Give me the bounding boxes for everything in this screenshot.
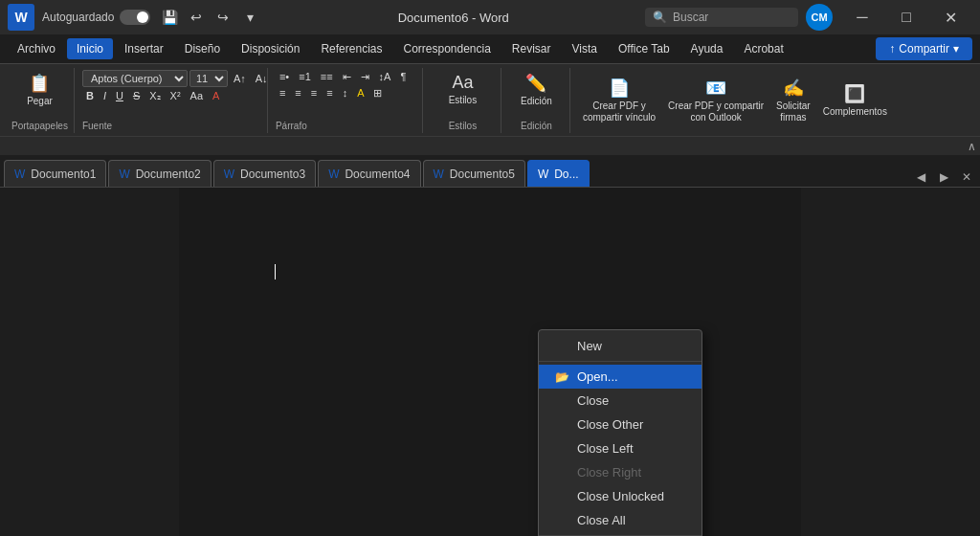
cm-close-left[interactable]: Close Left	[539, 436, 702, 460]
font-row1: Aptos (Cuerpo) 11 A↑ A↓	[82, 70, 272, 87]
shading-btn[interactable]: A	[353, 86, 368, 100]
menu-revisar[interactable]: Revisar	[502, 38, 561, 59]
styles-group-label: Estilos	[449, 121, 477, 131]
close-button[interactable]: ✕	[928, 0, 972, 34]
tab-doc5-label: Documento5	[450, 168, 515, 181]
menu-ayuda[interactable]: Ayuda	[681, 38, 733, 59]
document-title: Documento6 - Word	[269, 11, 637, 25]
tab-doc4-label: Documento4	[345, 168, 410, 181]
menu-referencias[interactable]: Referencias	[311, 38, 391, 59]
tabs-controls: ◀ ▶ ✕	[911, 168, 976, 187]
cm-open[interactable]: 📂 Open...	[539, 365, 702, 389]
increase-font-btn[interactable]: A↑	[230, 72, 250, 85]
paste-icon: 📋	[29, 73, 50, 94]
decrease-indent-btn[interactable]: ⇤	[339, 70, 355, 84]
editing-button[interactable]: ✏️ Edición	[516, 70, 557, 109]
create-pdf-btn[interactable]: 📄 Crear PDF ycompartir vínculo	[578, 75, 660, 126]
share-button[interactable]: ↑ Compartir ▾	[876, 37, 972, 60]
menu-inicio[interactable]: Inicio	[67, 38, 113, 59]
line-spacing-btn[interactable]: ↕	[339, 86, 352, 100]
menu-archivo[interactable]: Archivo	[8, 38, 65, 59]
menu-correspondencia[interactable]: Correspondencia	[393, 38, 500, 59]
tabs-scroll-left-btn[interactable]: ◀	[911, 168, 930, 187]
menu-vista[interactable]: Vista	[563, 38, 607, 59]
redo-icon[interactable]: ↪	[212, 6, 234, 29]
cm-close[interactable]: Close	[539, 389, 702, 413]
cm-close-other-label: Close Other	[577, 417, 643, 432]
numbering-btn[interactable]: ≡1	[295, 70, 315, 83]
cm-close-all[interactable]: Close All	[539, 508, 702, 532]
bold-btn[interactable]: B	[82, 89, 98, 102]
save-qs-icon[interactable]: 💾	[158, 6, 181, 29]
collapse-ribbon-icon[interactable]: ∧	[968, 140, 976, 153]
paste-label: Pegar	[27, 96, 53, 106]
multilevel-btn[interactable]: ≡≡	[317, 70, 337, 83]
menu-acrobat[interactable]: Acrobat	[734, 38, 792, 59]
para-row2: ≡ ≡ ≡ ≡ ↕ A ⊞	[276, 86, 387, 100]
quick-access: 💾 ↩ ↪ ▾	[158, 6, 261, 29]
subscript-btn[interactable]: X₂	[145, 89, 164, 103]
align-left-btn[interactable]: ≡	[276, 86, 289, 100]
font-row2: B I U S X₂ X² Aa A	[82, 89, 223, 103]
maximize-button[interactable]: □	[884, 0, 928, 34]
undo-icon[interactable]: ↩	[185, 6, 208, 29]
border-btn[interactable]: ⊞	[369, 86, 386, 100]
cm-close-other[interactable]: Close Other	[539, 413, 702, 436]
menu-diseno[interactable]: Diseño	[175, 38, 230, 59]
tab-documento1[interactable]: W Documento1	[4, 160, 106, 187]
editing-group: ✏️ Edición Edición	[503, 68, 570, 133]
tab-documento2[interactable]: W Documento2	[108, 160, 211, 187]
tab-doc2-icon: W	[119, 168, 129, 181]
menu-disposicion[interactable]: Disposición	[232, 38, 309, 59]
tab-doc1-icon: W	[14, 168, 25, 181]
request-signatures-btn[interactable]: ✍️ Solicitarfirmas	[771, 75, 815, 126]
cm-new[interactable]: New	[539, 334, 702, 358]
menu-office-tab[interactable]: Office Tab	[609, 38, 679, 59]
font-family-select[interactable]: Aptos (Cuerpo)	[82, 70, 188, 87]
align-center-btn[interactable]: ≡	[291, 86, 304, 100]
show-marks-btn[interactable]: ¶	[396, 70, 410, 83]
align-right-btn[interactable]: ≡	[307, 86, 321, 100]
font-group: Aptos (Cuerpo) 11 A↑ A↓ B I U S X₂ X² Aa…	[77, 68, 268, 133]
text-cursor	[275, 264, 276, 279]
tab-doc3-label: Documento3	[240, 168, 305, 181]
tab-documento3[interactable]: W Documento3	[213, 160, 316, 187]
create-pdf-outlook-btn[interactable]: 📧 Crear PDF y compartircon Outlook	[663, 75, 768, 126]
menu-insertar[interactable]: Insertar	[115, 38, 173, 59]
cm-close-unlocked-label: Close Unlocked	[577, 489, 664, 503]
tab-doc2-label: Documento2	[136, 168, 201, 181]
tabs-scroll-right-btn[interactable]: ▶	[934, 168, 953, 187]
customize-qs-icon[interactable]: ▾	[238, 6, 261, 29]
justify-btn[interactable]: ≡	[323, 86, 336, 100]
tabs-close-btn[interactable]: ✕	[957, 168, 976, 187]
paste-button[interactable]: 📋 Pegar	[22, 70, 57, 109]
tab-documento4[interactable]: W Documento4	[318, 160, 420, 187]
minimize-button[interactable]: ─	[840, 0, 884, 34]
cm-close-label: Close	[577, 393, 609, 408]
cm-close-left-label: Close Left	[577, 441, 634, 456]
increase-indent-btn[interactable]: ⇥	[357, 70, 373, 84]
tab-documento5[interactable]: W Documento5	[423, 160, 525, 187]
tab-doc5-icon: W	[434, 168, 444, 181]
search-box[interactable]: 🔍 Buscar	[645, 8, 798, 27]
font-size-select[interactable]: 11	[189, 70, 228, 87]
clear-format-btn[interactable]: Aa	[187, 89, 207, 102]
superscript-btn[interactable]: X²	[167, 89, 185, 102]
request-signatures-icon: ✍️	[783, 78, 804, 99]
strikethrough-btn[interactable]: S	[129, 89, 144, 102]
search-placeholder: Buscar	[673, 11, 708, 24]
para-row1: ≡• ≡1 ≡≡ ⇤ ⇥ ↕A ¶	[276, 70, 410, 84]
avatar[interactable]: CM	[806, 4, 833, 31]
bullets-btn[interactable]: ≡•	[276, 70, 293, 83]
autosave-toggle[interactable]	[120, 10, 150, 25]
tab-documento6[interactable]: W Do...	[527, 160, 590, 187]
cm-close-unlocked[interactable]: Close Unlocked	[539, 484, 702, 508]
styles-button[interactable]: Aa Estilos	[444, 70, 481, 108]
sort-btn[interactable]: ↕A	[375, 70, 395, 83]
font-color-btn[interactable]: A	[209, 89, 223, 102]
add-ins-btn[interactable]: 🔳 Complementos	[818, 80, 892, 120]
underline-btn[interactable]: U	[112, 89, 127, 102]
decrease-font-btn[interactable]: A↓	[252, 72, 272, 85]
italic-btn[interactable]: I	[100, 89, 110, 102]
editing-group-label: Edición	[521, 121, 552, 131]
